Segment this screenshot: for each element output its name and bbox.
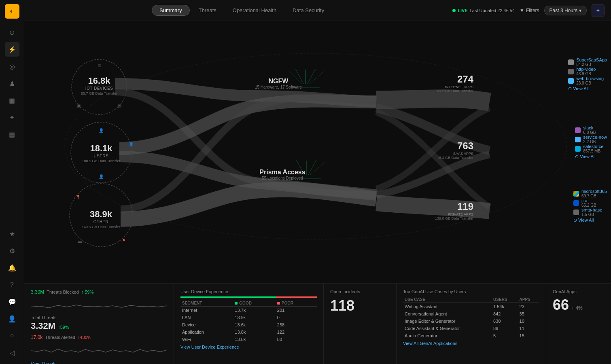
time-range-dropdown[interactable]: Past 3 Hours ▾	[544, 6, 587, 15]
app-item-jira[interactable]: jira 65.2 GB	[573, 198, 607, 207]
sankey-visualization: 16.8k IOT DEVICES 85.7 GB Data Transfer …	[24, 21, 611, 283]
topbar: Summary Threats Operational Health Data …	[24, 0, 611, 21]
content-area: 16.8k IOT DEVICES 85.7 GB Data Transfer …	[24, 21, 611, 364]
sidebar-item-analytics[interactable]: ⚡	[5, 42, 19, 57]
ude-row: LAN 13.9k 0	[180, 314, 317, 321]
tab-threats[interactable]: Threats	[191, 5, 224, 15]
jira-name: jira	[581, 198, 596, 203]
internet-apps-view-all[interactable]: ⊙ View All	[568, 86, 607, 91]
threats-alerted-label: Threats Alerted	[45, 335, 75, 340]
web-browsing-name: web-browsing	[576, 76, 604, 81]
genai-users: 1.54k	[492, 303, 518, 311]
sidebar-item-dashboard[interactable]: ⊙	[5, 25, 19, 40]
sidebar-item-help[interactable]: ?	[5, 277, 19, 292]
genai-apps-card: GenAI Apps 66 + 4%	[546, 284, 611, 364]
genai-header-row: USE CASE Users Apps	[403, 296, 539, 303]
iot-sub: 85.7 GB Data Transfer	[81, 91, 117, 95]
genai-apps-value-row: 66 + 4%	[553, 296, 605, 313]
sidebar-item-config[interactable]: ✦	[5, 110, 19, 125]
other-number: 38.9k	[90, 210, 112, 219]
threats-alerted-sparkline	[31, 343, 167, 356]
smtp-base-size: 1.5 GB	[581, 212, 602, 217]
ude-col-segment: SEGMENT	[180, 300, 233, 307]
sidebar-item-monitor[interactable]: ▦	[5, 93, 19, 108]
tab-summary[interactable]: Summary	[152, 5, 190, 16]
ude-segment: LAN	[180, 314, 233, 321]
app-item-slack[interactable]: slack 6.8 GB	[575, 125, 607, 135]
genai-use-cases-title: Top GenAI Use Cases by Users	[403, 289, 539, 294]
svg-line-7	[308, 69, 316, 84]
threats-card: 3.30M Threats Blocked ↑ 59% Total Threat…	[24, 284, 174, 364]
iot-top-icon: 🖥	[97, 63, 101, 68]
ude-good: 13.8k	[233, 328, 275, 336]
other-label: OTHER	[93, 220, 109, 224]
private-apps-sub: 139.0 GB Data Transfer	[435, 216, 473, 220]
iot-bottom-right-icon: ▤	[118, 104, 121, 108]
topbar-right: LIVE Last Updated 22:46:54 ▼ Filters Pas…	[452, 4, 605, 17]
time-range-label: Past 3 Hours	[549, 8, 577, 13]
private-apps-view-all[interactable]: ⊙ View All	[573, 218, 607, 223]
last-updated: Last Updated 22:46:54	[470, 8, 515, 13]
supersaas-name: SuperSaaSApp	[576, 57, 607, 62]
ude-row: Application 13.8k 122	[180, 328, 317, 336]
tab-data-security[interactable]: Data Security	[285, 5, 331, 15]
tab-operational[interactable]: Operational Health	[225, 5, 284, 15]
app-item-http-video[interactable]: http-video 43.9 GB	[568, 67, 607, 76]
sidebar-item-users[interactable]: ♟	[5, 76, 19, 91]
genai-table: USE CASE Users Apps Writing Assistant 1.…	[403, 296, 539, 339]
internet-apps-group: 274 INTERNET APPS 169.2 GB Data Transfer	[435, 74, 473, 93]
view-threats-link[interactable]: View Threats	[31, 361, 167, 364]
nav-tabs-container: Summary Threats Operational Health Data …	[152, 5, 331, 16]
other-node[interactable]: 38.9k OTHER 140.5 GB Data Transfer 📍 📍 ▬	[70, 189, 132, 250]
sidebar-item-chat[interactable]: 💬	[5, 294, 19, 309]
sidebar-item-profile[interactable]: 👤	[5, 311, 19, 326]
ngfw-title: NGFW	[255, 78, 302, 85]
sidebar-item-notifications[interactable]: 🔔	[5, 260, 19, 275]
private-apps-number: 119	[435, 201, 473, 212]
iot-node[interactable]: 16.8k IOT DEVICES 85.7 GB Data Transfer …	[73, 59, 125, 112]
sidebar-item-favorites[interactable]: ★	[5, 226, 19, 241]
app-item-salesforce[interactable]: salesforce 857.5 MB	[575, 144, 607, 153]
live-dot	[452, 9, 456, 12]
view-ude-link[interactable]: View User Device Experience	[180, 345, 239, 349]
sidebar-item-circle[interactable]: ○	[5, 328, 19, 343]
sidebar-item-reports[interactable]: ▤	[5, 127, 19, 142]
sidebar: ⊙ ⚡ ◎ ♟ ▦ ✦ ▤ ★ ⚙ 🔔 ? 💬 👤 ○ ◁	[0, 0, 24, 364]
ude-header-row: SEGMENT Good Poor	[180, 300, 317, 307]
app-item-web-browsing[interactable]: web-browsing 23.0 GB	[568, 76, 607, 85]
genai-users: 5	[492, 332, 518, 339]
sidebar-item-alerts[interactable]: ◎	[5, 59, 19, 74]
http-video-size: 43.9 GB	[576, 72, 596, 76]
total-threats-row: Total Threats	[31, 315, 167, 320]
chevron-down-icon: ▾	[579, 8, 581, 13]
app-item-smtp-base[interactable]: smtp-base 1.5 GB	[573, 207, 607, 217]
prisma-node[interactable]: Prisma Access 55 Locations Deployed	[259, 169, 305, 180]
app-logo[interactable]	[5, 4, 19, 19]
open-incidents-number: 118	[330, 297, 390, 314]
ngfw-node[interactable]: NGFW 15 Hardware, 17 Software	[255, 78, 302, 89]
genai-row: Image Editor & Generator 630 10	[403, 317, 539, 325]
filters-button[interactable]: ▼ Filters	[520, 8, 539, 13]
microsoft365-size: 69.7 GB	[581, 194, 607, 198]
http-video-name: http-video	[576, 67, 596, 72]
view-all-genai-link[interactable]: View All GenAI Applications	[403, 341, 457, 346]
live-badge: LIVE Last Updated 22:46:54	[452, 8, 515, 13]
users-node[interactable]: 18.1k USERS 100.5 GB Data Transfer 👤 👤 👤	[71, 124, 132, 183]
web-browsing-icon	[568, 78, 574, 84]
other-bottom-right-icon: 📍	[121, 239, 126, 243]
sidebar-item-collapse[interactable]: ◁	[5, 345, 19, 360]
salesforce-icon	[575, 146, 581, 152]
ude-row: Device 13.6k 258	[180, 321, 317, 328]
iot-number: 16.8k	[88, 76, 110, 85]
app-item-supersaas[interactable]: SuperSaaSApp 84.2 GB	[568, 57, 607, 67]
app-item-service-now[interactable]: service-now 2.2 GB	[575, 135, 607, 144]
saas-apps-group: 763 SAAS APPS 18.4 GB Data Transfer	[437, 140, 473, 160]
open-incidents-title: Open Incidents	[330, 289, 390, 294]
ude-segment: Application	[180, 328, 233, 336]
saas-apps-view-all[interactable]: ⊙ View All	[575, 154, 607, 159]
ai-button[interactable]: ✦	[592, 4, 605, 17]
saas-apps-number: 763	[437, 140, 473, 152]
app-item-microsoft365[interactable]: microsoft365 69.7 GB	[573, 189, 607, 198]
sidebar-item-settings[interactable]: ⚙	[5, 243, 19, 258]
smtp-base-icon	[573, 210, 579, 215]
